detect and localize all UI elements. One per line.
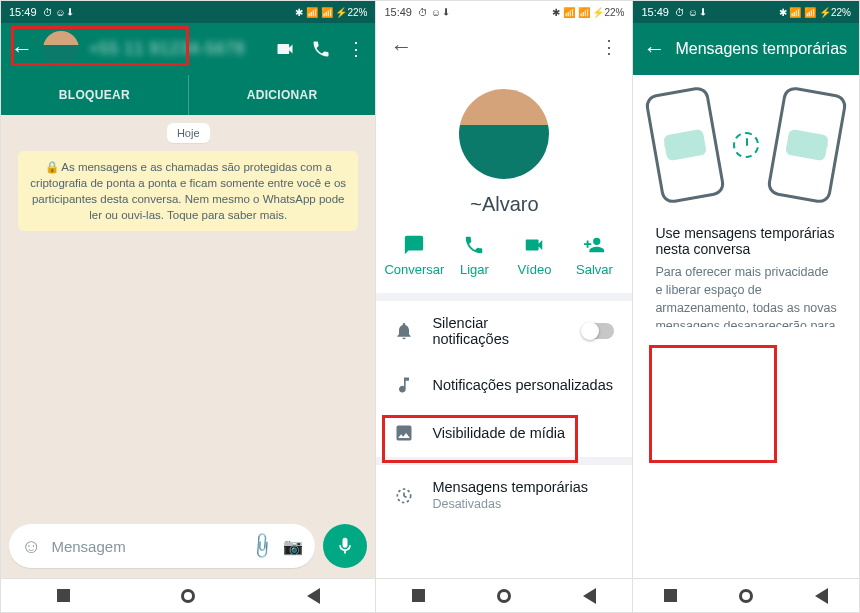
settings-list: Silenciar notificações Notificações pers… — [376, 301, 632, 525]
page-title: Mensagens temporárias — [675, 40, 849, 58]
mute-toggle[interactable] — [582, 323, 615, 339]
message-input-wrap: ☺ 📎 📷 — [9, 524, 315, 568]
input-bar: ☺ 📎 📷 — [1, 516, 375, 578]
back-arrow-icon[interactable]: ← — [390, 34, 412, 60]
profile-avatar[interactable] — [459, 89, 549, 179]
music-note-icon — [394, 375, 414, 395]
nav-home-icon[interactable] — [181, 589, 195, 603]
screen-chat: 15:49 ⏱ ☺ ⬇ ✱ 📶 📶 ⚡22% ← +55 11 91234-56… — [0, 0, 375, 613]
video-icon — [523, 234, 545, 256]
message-input[interactable] — [51, 538, 241, 555]
chat-icon — [403, 234, 425, 256]
screen-contact-info: 15:49 ⏱ ☺ ⬇ ✱ 📶 📶 ⚡22% ← ⋮ ~Alvaro Conve… — [375, 0, 632, 613]
contact-name[interactable]: +55 11 91234-5678 — [89, 40, 265, 58]
nav-recents-icon[interactable] — [412, 589, 425, 602]
nav-home-icon[interactable] — [739, 589, 753, 603]
profile-header: ~Alvaro — [376, 71, 632, 226]
profile-name: ~Alvaro — [470, 193, 538, 216]
date-chip: Hoje — [167, 123, 210, 143]
back-arrow-icon[interactable]: ← — [643, 36, 665, 62]
info-appbar: ← ⋮ — [376, 23, 632, 71]
nav-recents-icon[interactable] — [664, 589, 677, 602]
attach-icon[interactable]: 📎 — [247, 530, 278, 561]
action-save[interactable]: Salvar — [564, 234, 624, 277]
illustration — [633, 75, 859, 215]
add-contact-button[interactable]: ADICIONAR — [188, 75, 376, 115]
row-media-visibility[interactable]: Visibilidade de mídia — [376, 409, 632, 457]
emoji-icon[interactable]: ☺ — [21, 535, 41, 558]
video-call-icon[interactable] — [275, 39, 295, 59]
bell-icon — [394, 321, 414, 341]
unknown-contact-actions: BLOQUEAR ADICIONAR — [1, 75, 375, 115]
settings-appbar: ← Mensagens temporárias — [633, 23, 859, 75]
encryption-notice[interactable]: 🔒 As mensagens e as chamadas são protegi… — [18, 151, 359, 231]
status-icons-left: ⏱ ☺ ⬇ — [43, 7, 74, 18]
contact-avatar[interactable] — [43, 31, 79, 67]
action-video[interactable]: Vídeo — [504, 234, 564, 277]
back-arrow-icon[interactable]: ← — [11, 36, 33, 62]
image-icon — [394, 423, 414, 443]
nav-recents-icon[interactable] — [57, 589, 70, 602]
timer-icon — [394, 485, 414, 505]
status-bar: 15:49 ⏱ ☺ ⬇ ✱ 📶 📶 ⚡22% — [376, 1, 632, 23]
row-disappearing[interactable]: Mensagens temporárias Desativadas — [376, 465, 632, 525]
add-contact-icon — [583, 234, 605, 256]
timer-icon — [733, 132, 759, 158]
camera-icon[interactable]: 📷 — [283, 537, 303, 556]
status-icons-right: ✱ 📶 📶 ⚡22% — [295, 7, 367, 18]
android-navbar — [633, 578, 859, 612]
profile-actions: Conversar Ligar Vídeo Salvar — [376, 226, 632, 301]
android-navbar — [1, 578, 375, 612]
status-bar: 15:49 ⏱ ☺ ⬇ ✱ 📶 📶 ⚡22% — [1, 1, 375, 23]
android-navbar — [376, 578, 632, 612]
nav-home-icon[interactable] — [497, 589, 511, 603]
chat-appbar: ← +55 11 91234-5678 ⋮ — [1, 23, 375, 75]
block-button[interactable]: BLOQUEAR — [1, 75, 188, 115]
status-bar: 15:49 ⏱ ☺ ⬇ ✱ 📶 📶 ⚡22% — [633, 1, 859, 23]
menu-icon[interactable]: ⋮ — [347, 38, 365, 60]
menu-icon[interactable]: ⋮ — [600, 36, 618, 58]
nav-back-icon[interactable] — [815, 588, 828, 604]
call-icon — [463, 234, 485, 256]
action-chat[interactable]: Conversar — [384, 234, 444, 277]
action-call[interactable]: Ligar — [444, 234, 504, 277]
screen-disappearing-settings: 15:49 ⏱ ☺ ⬇ ✱ 📶 📶 ⚡22% ← Mensagens tempo… — [632, 0, 860, 613]
row-custom-notif[interactable]: Notificações personalizadas — [376, 361, 632, 409]
nav-back-icon[interactable] — [583, 588, 596, 604]
nav-back-icon[interactable] — [307, 588, 320, 604]
mic-button[interactable] — [323, 524, 367, 568]
row-mute[interactable]: Silenciar notificações — [376, 301, 632, 361]
description: Use mensagens temporárias nesta conversa… — [633, 215, 859, 327]
voice-call-icon[interactable] — [311, 39, 331, 59]
chat-body: Hoje 🔒 As mensagens e as chamadas são pr… — [1, 115, 375, 516]
